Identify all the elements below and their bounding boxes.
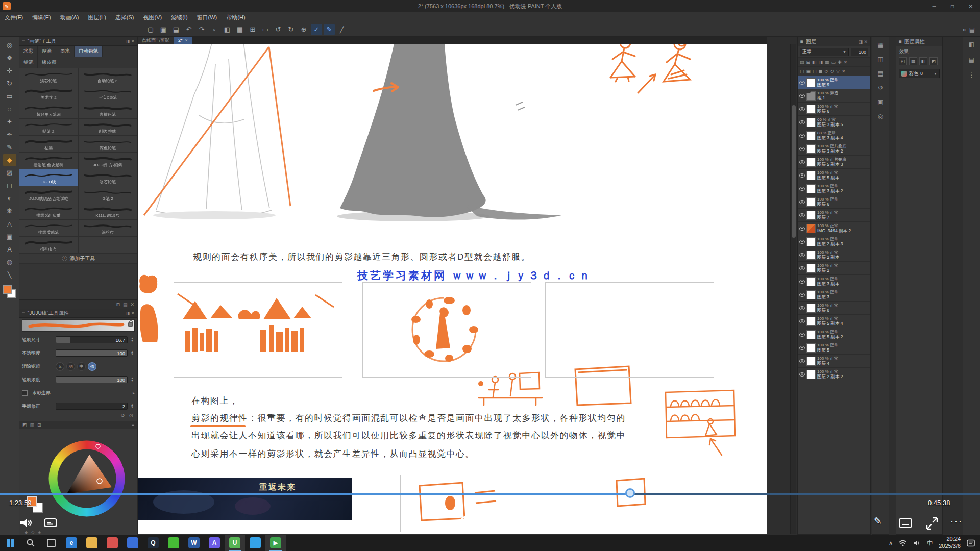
eye-icon[interactable] (799, 319, 805, 323)
eye-icon[interactable] (799, 346, 805, 350)
brush-footer-icon[interactable]: ✕ (130, 302, 134, 307)
color-mode-select[interactable]: 彩色 8 ▼ (899, 69, 940, 78)
layer-thumbnail[interactable] (806, 251, 816, 260)
brush-item[interactable]: K11日调19号 (79, 203, 138, 220)
brush-item[interactable]: 自动铅笔 2 (79, 68, 138, 85)
eye-icon[interactable] (799, 107, 805, 111)
eye-icon[interactable] (799, 213, 805, 217)
layer-tool-icon[interactable]: ◻ (813, 69, 816, 74)
panel-strip-icon[interactable]: ◎ (878, 113, 883, 120)
tray-chevron-icon[interactable]: ∧ (889, 540, 893, 546)
eye-icon[interactable] (799, 160, 805, 164)
layer-thumbnail[interactable] (806, 211, 816, 220)
brush-footer-icon[interactable]: ⊞ (116, 302, 120, 307)
line-correct-icon[interactable]: ╱ (336, 24, 348, 35)
minimize-button[interactable]: ─ (925, 0, 943, 12)
layer-row[interactable]: 100 % 穿透组 1 (798, 89, 870, 103)
lock-icon[interactable] (128, 322, 133, 327)
close-button[interactable]: ✕ (962, 0, 980, 12)
toolbar-collapse-icon[interactable]: ▤ (969, 26, 975, 33)
brush-item[interactable]: 淡芯铅笔 (79, 169, 138, 186)
layer-tool-icon[interactable]: ✕ (844, 60, 848, 65)
document-tab[interactable]: 2*× (174, 37, 192, 44)
layer-row[interactable]: 100 % 正常图层 8 (798, 302, 870, 315)
layer-row[interactable]: 100 % 正常图层 3 (798, 288, 870, 302)
layer-thumbnail[interactable] (806, 357, 816, 366)
layer-row[interactable]: 100 % 正片叠底图层 5 副本 3 (798, 156, 870, 169)
layer-thumbnail[interactable] (806, 105, 816, 114)
layer-row[interactable]: 100 % 正常图层 2 副本 (798, 248, 870, 262)
layer-row[interactable]: 100 % 正常图层 3 副本 2 (798, 182, 870, 195)
fill-icon[interactable]: ◧ (222, 24, 233, 35)
layer-tool-icon[interactable]: ◨ (819, 60, 823, 65)
layer-thumbnail[interactable] (806, 237, 816, 246)
layer-tool-icon[interactable]: ▢ (800, 69, 804, 74)
brush-item[interactable]: 美术字 2 (19, 85, 79, 102)
menubar-item[interactable]: 窗口(W) (192, 12, 222, 22)
menu-icon[interactable]: ≡ (22, 310, 25, 316)
open-file-icon[interactable]: ▣ (158, 24, 169, 35)
subtitle-button[interactable] (44, 518, 57, 528)
panel-strip-icon[interactable]: ▦ (877, 41, 883, 48)
task-view-button[interactable] (41, 535, 61, 551)
eye-icon[interactable] (799, 266, 805, 270)
brush-item[interactable]: 枯墨 (19, 136, 79, 153)
new-file-icon[interactable]: ▢ (145, 24, 156, 35)
brush-footer-icon[interactable]: ▤ (123, 302, 128, 307)
volume-button[interactable] (19, 517, 33, 529)
layer-thumbnail[interactable] (806, 131, 816, 140)
tray-ime-indicator[interactable]: 中 (927, 539, 933, 547)
menu-icon[interactable]: ≡ (800, 39, 803, 44)
eye-icon[interactable] (799, 227, 805, 231)
layer-row[interactable]: 100 % 正常图层 3 副本 (798, 275, 870, 288)
toolbar-collapse-icon[interactable]: « (963, 26, 966, 33)
layer-tool-icon[interactable]: ▣ (806, 69, 811, 74)
notes-button[interactable]: ✎ (874, 515, 882, 527)
layer-row[interactable]: 100 % 正常图层 4 (798, 355, 870, 368)
brush-item[interactable]: 蜡笔 2 (19, 119, 79, 136)
layer-row[interactable]: 100 % 正常IMG_3494 副本 2 (798, 222, 870, 235)
taskbar-app-blue[interactable] (122, 535, 143, 551)
brush-item[interactable]: 深色铅笔 (79, 136, 138, 153)
layer-tool-icon[interactable]: ✚ (838, 60, 842, 65)
layer-row[interactable]: 100 % 正常图层 5 (798, 341, 870, 355)
maximize-button[interactable]: □ (943, 0, 962, 12)
layer-thumbnail[interactable] (806, 290, 816, 299)
panel-strip-icon[interactable]: ▣ (877, 98, 883, 106)
taskbar-clock[interactable]: 20:24 2025/3/6 (939, 536, 961, 550)
eye-icon[interactable] (799, 253, 805, 257)
eraser-tool[interactable]: ◻ (3, 179, 16, 192)
brush-item[interactable]: 刺绣-挑线 (79, 119, 138, 136)
brush-item[interactable]: 棉毛巾布 (19, 237, 79, 254)
eye-icon[interactable] (799, 306, 805, 310)
color-tab-icon[interactable]: ▥ (30, 422, 35, 428)
brush-item[interactable]: 排线质感笔 (19, 220, 79, 237)
grid-icon[interactable]: ▦ (234, 24, 246, 35)
layer-thumbnail[interactable] (806, 330, 816, 339)
progress-handle[interactable] (625, 488, 635, 498)
menubar-item[interactable]: 图层(L) (83, 12, 110, 22)
subtool-tab[interactable]: 自动铅笔 (75, 46, 103, 57)
menu-icon[interactable]: ≡ (22, 38, 25, 44)
layer-tool-icon[interactable]: ✕ (842, 69, 846, 74)
balloon-tool[interactable]: ◍ (3, 256, 16, 268)
layer-thumbnail[interactable] (806, 78, 816, 87)
border-effect-icon[interactable]: ◰ (899, 57, 907, 65)
eyedropper-tool[interactable]: ✒ (3, 128, 16, 141)
taskbar-edge[interactable]: e (61, 535, 82, 551)
eye-icon[interactable] (799, 372, 805, 377)
eye-icon[interactable] (799, 147, 805, 151)
layer-row[interactable]: 100 % 正常图层 2 副本 3 (798, 235, 870, 248)
layer-row[interactable]: 88 % 正常图层 3 副本 4 (798, 129, 870, 142)
line-tool[interactable]: ╲ (3, 268, 16, 281)
brush-item[interactable]: 超好用云笔刷 (19, 102, 79, 119)
frame-tool[interactable]: ▣ (3, 230, 16, 243)
layer-row[interactable]: 100 % 正常图层 2 (798, 262, 870, 275)
edge-strip-icon[interactable]: ▤ (969, 56, 974, 63)
density-slider[interactable]: 100 (56, 376, 128, 383)
rewind-button[interactable]: 10 (458, 515, 473, 531)
tone-effect-icon[interactable]: ▦ (909, 57, 917, 65)
zoom-fit-icon[interactable]: ⊕ (298, 24, 309, 35)
airbrush-tool[interactable]: ❋ (3, 205, 16, 217)
wand-tool[interactable]: ✦ (3, 115, 16, 128)
